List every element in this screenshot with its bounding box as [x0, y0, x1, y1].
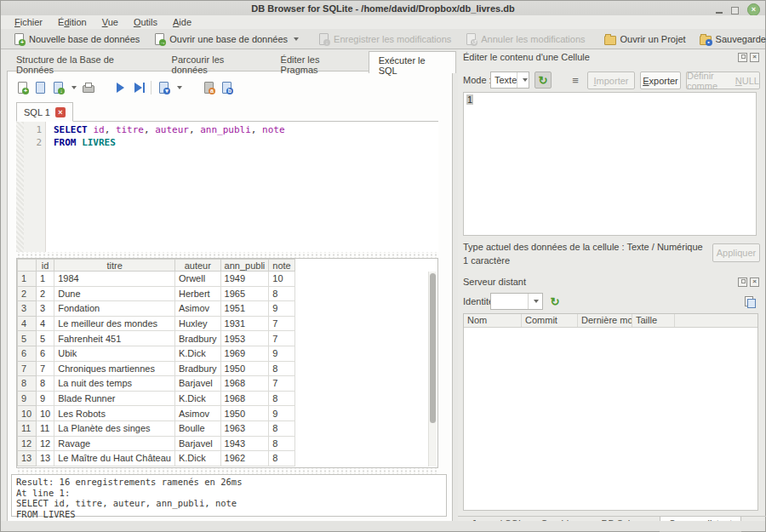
table-row[interactable]: 99Blade RunnerK.Dick19688 — [18, 391, 295, 406]
table-cell[interactable]: 8 — [269, 361, 294, 376]
sql-tab[interactable]: SQL 1 × — [16, 102, 73, 122]
table-cell[interactable]: Orwell — [174, 272, 220, 287]
row-number[interactable]: 11 — [18, 420, 37, 436]
identity-select[interactable] — [490, 293, 543, 310]
table-cell[interactable]: 1968 — [220, 376, 269, 392]
cell-content-textarea[interactable]: 1 — [463, 92, 757, 236]
table-cell[interactable]: Bradbury — [174, 331, 220, 346]
table-cell[interactable]: 8 — [269, 391, 294, 406]
table-row[interactable]: 88La nuit des tempsBarjavel19687 — [18, 376, 295, 392]
table-cell[interactable]: 9 — [269, 301, 294, 317]
close-remote-panel-icon[interactable] — [750, 277, 759, 287]
table-cell[interactable]: 1953 — [220, 331, 269, 346]
menu-outils[interactable]: Outils — [127, 16, 164, 28]
table-cell[interactable]: 7 — [269, 331, 294, 346]
table-row[interactable]: 1212RavageBarjavel19438 — [18, 436, 295, 451]
table-cell[interactable]: K.Dick — [174, 346, 220, 361]
table-row[interactable]: 77Chroniques martiennesBradbury19508 — [18, 361, 295, 376]
sql-editor[interactable]: 1SELECT id, titre, auteur, ann_publi, no… — [16, 122, 438, 252]
clone-database-button[interactable] — [740, 293, 757, 310]
results-message-splitter[interactable] — [16, 468, 438, 474]
table-cell[interactable]: Fahrenheit 451 — [54, 331, 175, 346]
table-cell[interactable]: 1 — [37, 272, 54, 287]
menu-fichier[interactable]: Fichier — [8, 16, 49, 28]
table-row[interactable]: 1010Les RobotsAsimov19509 — [18, 406, 295, 421]
reload-identities-button[interactable]: ↻ — [546, 293, 563, 310]
table-cell[interactable]: 1962 — [220, 451, 269, 466]
word-wrap-button[interactable]: ≡ — [567, 72, 584, 89]
close-icon[interactable]: × — [747, 3, 760, 16]
remote-column-header-1[interactable]: Commit — [522, 314, 578, 327]
table-cell[interactable]: 9 — [269, 406, 294, 421]
table-cell[interactable]: Les Robots — [54, 406, 175, 421]
table-cell[interactable]: K.Dick — [174, 391, 220, 406]
find-replace-icon[interactable]: a — [203, 82, 214, 94]
tab-executer-le-sql[interactable]: Exécuter le SQL — [369, 51, 456, 73]
results-vertical-scrollbar[interactable] — [428, 272, 437, 466]
table-cell[interactable]: 10 — [269, 272, 294, 287]
table-cell[interactable]: 8 — [269, 286, 294, 301]
float-panel-icon[interactable] — [738, 53, 747, 62]
table-cell[interactable]: Le meilleur des mondes — [54, 316, 175, 331]
table-cell[interactable]: 11 — [37, 420, 54, 436]
table-cell[interactable]: 8 — [269, 451, 294, 466]
mode-select[interactable]: Texte — [490, 72, 529, 89]
table-row[interactable]: 1313Le Maître du Haut ChâteauK.Dick19628 — [18, 451, 295, 466]
row-number[interactable]: 2 — [18, 286, 37, 301]
table-cell[interactable]: Barjavel — [174, 376, 220, 392]
table-row[interactable]: 1111La Planète des singesBoulle19638 — [18, 420, 295, 436]
table-cell[interactable]: Fondation — [54, 301, 175, 317]
table-cell[interactable]: 10 — [37, 406, 54, 421]
table-row[interactable]: 111984Orwell194910 — [18, 272, 295, 287]
minimize-icon[interactable] — [716, 12, 723, 14]
row-number[interactable]: 7 — [18, 361, 37, 376]
column-header-auteur[interactable]: auteur — [174, 260, 220, 272]
tab-parcourir-les-donnees[interactable]: Parcourir les données — [163, 51, 272, 72]
table-cell[interactable]: Dune — [54, 286, 175, 301]
table-cell[interactable]: 6 — [37, 346, 54, 361]
table-cell[interactable]: 1984 — [54, 272, 175, 287]
float-remote-panel-icon[interactable] — [738, 277, 747, 287]
print-icon[interactable] — [83, 82, 94, 94]
remote-column-header-2[interactable]: Dernière modific — [578, 314, 632, 327]
table-cell[interactable]: 1969 — [220, 346, 269, 361]
table-cell[interactable]: 1963 — [220, 420, 269, 436]
scrollbar-thumb[interactable] — [430, 273, 436, 423]
table-row[interactable]: 22DuneHerbert19658 — [18, 286, 295, 301]
table-cell[interactable]: Huxley — [174, 316, 220, 331]
table-cell[interactable]: Ravage — [54, 436, 175, 451]
table-cell[interactable]: 1950 — [220, 361, 269, 376]
table-cell[interactable]: Bradbury — [174, 361, 220, 376]
title-bar[interactable]: DB Browser for SQLite - /home/david/Drop… — [1, 1, 765, 15]
row-number[interactable]: 12 — [18, 436, 37, 451]
table-cell[interactable]: 9 — [37, 391, 54, 406]
table-cell[interactable]: Asimov — [174, 406, 220, 421]
table-cell[interactable]: 7 — [269, 376, 294, 392]
row-number[interactable]: 8 — [18, 376, 37, 392]
remote-column-header-3[interactable]: Taille — [632, 314, 675, 327]
row-number[interactable]: 10 — [18, 406, 37, 421]
table-cell[interactable]: 8 — [37, 376, 54, 392]
table-cell[interactable]: Blade Runner — [54, 391, 175, 406]
save-project-button[interactable]: ▪Sauvegarder le projet — [693, 31, 766, 47]
table-cell[interactable]: La Planète des singes — [54, 420, 175, 436]
menu-edition[interactable]: Édition — [51, 16, 94, 28]
table-cell[interactable]: Ubik — [54, 346, 175, 361]
save-sql-dropdown-icon[interactable] — [71, 86, 77, 89]
row-number[interactable]: 9 — [18, 391, 37, 406]
column-header-titre[interactable]: titre — [54, 260, 175, 272]
close-panel-icon[interactable] — [750, 53, 759, 62]
row-number[interactable]: 6 — [18, 346, 37, 361]
menu-aide[interactable]: Aide — [166, 16, 198, 28]
table-row[interactable]: 55Fahrenheit 451Bradbury19537 — [18, 331, 295, 346]
export-button[interactable]: Exporter — [640, 72, 681, 89]
table-cell[interactable]: 9 — [269, 346, 294, 361]
table-cell[interactable]: 1951 — [220, 301, 269, 317]
table-cell[interactable]: 7 — [269, 316, 294, 331]
save-results-dropdown-icon[interactable] — [177, 86, 182, 89]
table-row[interactable]: 66UbikK.Dick19699 — [18, 346, 295, 361]
remote-column-header-0[interactable]: Nom — [464, 314, 522, 327]
table-cell[interactable]: 2 — [37, 286, 54, 301]
table-cell[interactable]: 1965 — [220, 286, 269, 301]
open-database-button[interactable]: →Ouvrir une base de données — [146, 31, 306, 47]
